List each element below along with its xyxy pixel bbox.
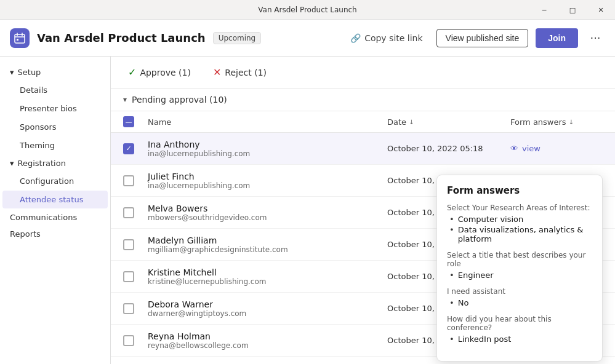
popup-answers-3: No bbox=[447, 298, 592, 307]
popup-title: Form answers bbox=[447, 185, 592, 196]
answer-text: Data visualizations, analytics & platfor… bbox=[458, 225, 592, 243]
configuration-label: Configuration bbox=[20, 176, 74, 186]
window-controls: ─ □ ✕ bbox=[530, 0, 615, 20]
popup-answers-4: LinkedIn post bbox=[447, 334, 592, 344]
attendee-name: Ina Anthony bbox=[148, 140, 387, 149]
pending-header-label: Pending approval (10) bbox=[132, 95, 227, 105]
x-icon: ✕ bbox=[213, 66, 221, 78]
reports-label: Reports bbox=[10, 229, 41, 239]
attendee-email: dwarner@wingtiptoys.com bbox=[148, 309, 387, 318]
table-header: Name Date ↓ Form answers ↓ bbox=[111, 111, 615, 133]
answer-text: No bbox=[458, 298, 469, 307]
presenter-bios-label: Presenter bios bbox=[20, 104, 77, 113]
sidebar-section-reports[interactable]: Reports bbox=[0, 226, 110, 242]
answer-text: LinkedIn post bbox=[458, 334, 512, 344]
theming-label: Theming bbox=[20, 141, 55, 150]
popup-answers-1: Computer vision Data visualizations, ana… bbox=[447, 215, 592, 243]
popup-answer: No bbox=[449, 298, 592, 307]
attendee-email: reyna@bellowscollege.com bbox=[148, 341, 387, 350]
chevron-down-icon: ▾ bbox=[10, 68, 14, 77]
communications-label: Communications bbox=[10, 213, 77, 222]
attendee-name: Kristine Mitchell bbox=[148, 267, 387, 277]
approve-button[interactable]: ✓ Approve (1) bbox=[123, 64, 196, 81]
registration-label: Registration bbox=[18, 159, 66, 168]
more-options-button[interactable]: ··· bbox=[585, 28, 605, 48]
sidebar-item-details[interactable]: Details bbox=[2, 81, 108, 99]
sort-icon: ↓ bbox=[409, 119, 414, 125]
svg-rect-1 bbox=[17, 39, 18, 41]
attendee-name: Juliet Finch bbox=[148, 172, 387, 181]
eye-icon: 👁 bbox=[510, 144, 518, 153]
row-checkbox-3[interactable] bbox=[123, 207, 134, 218]
maximize-button[interactable]: □ bbox=[558, 0, 587, 20]
form-answers-col-label: Form answers bbox=[510, 117, 566, 127]
answer-text: Computer vision bbox=[458, 215, 524, 224]
date-cell: October 10, 2022 05:18 bbox=[387, 144, 510, 153]
sidebar-item-configuration[interactable]: Configuration bbox=[2, 172, 108, 190]
pending-header[interactable]: ▾ Pending approval (10) bbox=[111, 89, 615, 111]
header-name[interactable]: Name bbox=[148, 116, 387, 127]
details-label: Details bbox=[20, 85, 47, 95]
sidebar-item-sponsors[interactable]: Sponsors bbox=[2, 118, 108, 136]
sort-icon-2: ↓ bbox=[569, 119, 574, 125]
join-button[interactable]: Join bbox=[536, 28, 578, 48]
row-checkbox-5[interactable] bbox=[123, 271, 134, 282]
reject-button[interactable]: ✕ Reject (1) bbox=[208, 64, 271, 81]
app-icon bbox=[10, 28, 30, 48]
topbar: Van Arsdel Product Launch Upcoming 🔗 Cop… bbox=[0, 20, 615, 57]
answer-text: Engineer bbox=[458, 271, 494, 280]
popup-question-1: Select Your Research Areas of Interest: bbox=[447, 204, 592, 212]
table-row: Ina Anthony ina@lucernepublishing.com Oc… bbox=[111, 133, 615, 165]
sidebar: ▾ Setup Details Presenter bios Sponsors … bbox=[0, 57, 111, 364]
row-checkbox-2[interactable] bbox=[123, 175, 134, 186]
row-checkbox-1[interactable] bbox=[123, 143, 134, 154]
titlebar: Van Arsdel Product Launch ─ □ ✕ bbox=[0, 0, 615, 20]
sidebar-item-presenter-bios[interactable]: Presenter bios bbox=[2, 100, 108, 117]
attendee-email: mgilliam@graphicdesigninstitute.com bbox=[148, 245, 387, 254]
titlebar-title: Van Arsdel Product Launch bbox=[258, 6, 356, 14]
row-checkbox-6[interactable] bbox=[123, 303, 134, 314]
attendee-email: ina@lucernepublishing.com bbox=[148, 181, 387, 190]
close-button[interactable]: ✕ bbox=[587, 0, 615, 20]
approve-label: Approve (1) bbox=[140, 68, 191, 77]
attendee-name: Reyna Holman bbox=[148, 331, 387, 341]
reject-label: Reject (1) bbox=[225, 68, 267, 77]
sidebar-item-attendee-status[interactable]: Attendee status bbox=[2, 191, 108, 208]
popup-question-3: I need assistant bbox=[447, 287, 592, 296]
row-checkbox-4[interactable] bbox=[123, 239, 134, 250]
popup-question-2: Select a title that best describes your … bbox=[447, 251, 592, 268]
chevron-down-icon-pending: ▾ bbox=[123, 95, 127, 104]
minimize-button[interactable]: ─ bbox=[530, 0, 558, 20]
main-layout: ▾ Setup Details Presenter bios Sponsors … bbox=[0, 57, 615, 364]
header-checkbox-cell bbox=[123, 116, 148, 127]
sponsors-label: Sponsors bbox=[20, 122, 57, 132]
view-published-button[interactable]: View published site bbox=[436, 29, 529, 47]
chevron-down-icon-reg: ▾ bbox=[10, 159, 14, 168]
sidebar-section-communications[interactable]: Communications bbox=[0, 209, 110, 226]
header-date[interactable]: Date ↓ bbox=[387, 116, 510, 127]
attendee-status-label: Attendee status bbox=[20, 195, 83, 204]
link-icon: 🔗 bbox=[350, 33, 361, 43]
popup-question-4: How did you hear about this conference? bbox=[447, 315, 592, 332]
view-label: view bbox=[522, 144, 541, 153]
copy-site-link-button[interactable]: 🔗 Copy site link bbox=[344, 30, 428, 47]
select-all-checkbox[interactable] bbox=[123, 116, 134, 127]
popup-answer: Data visualizations, analytics & platfor… bbox=[449, 225, 592, 243]
sidebar-section-registration[interactable]: ▾ Registration bbox=[0, 155, 110, 172]
popup-answer: LinkedIn post bbox=[449, 334, 592, 344]
status-badge: Upcoming bbox=[213, 32, 262, 44]
header-form-answers[interactable]: Form answers ↓ bbox=[510, 116, 603, 127]
check-icon: ✓ bbox=[128, 66, 136, 78]
sidebar-section-setup[interactable]: ▾ Setup bbox=[0, 64, 110, 81]
row-checkbox-7[interactable] bbox=[123, 335, 134, 346]
app-title: Van Arsdel Product Launch bbox=[37, 31, 206, 44]
view-link[interactable]: 👁 view bbox=[510, 144, 603, 153]
content-area: ✓ Approve (1) ✕ Reject (1) ▾ Pending app… bbox=[111, 57, 615, 364]
attendee-email: ina@lucernepublishing.com bbox=[148, 149, 387, 158]
sidebar-item-theming[interactable]: Theming bbox=[2, 136, 108, 154]
attendee-email: kristine@lucernepublishing.com bbox=[148, 277, 387, 286]
attendee-name: Madelyn Gilliam bbox=[148, 235, 387, 245]
popup-answer: Computer vision bbox=[449, 215, 592, 224]
attendee-name: Melva Bowers bbox=[148, 204, 387, 213]
action-bar: ✓ Approve (1) ✕ Reject (1) bbox=[111, 57, 615, 89]
